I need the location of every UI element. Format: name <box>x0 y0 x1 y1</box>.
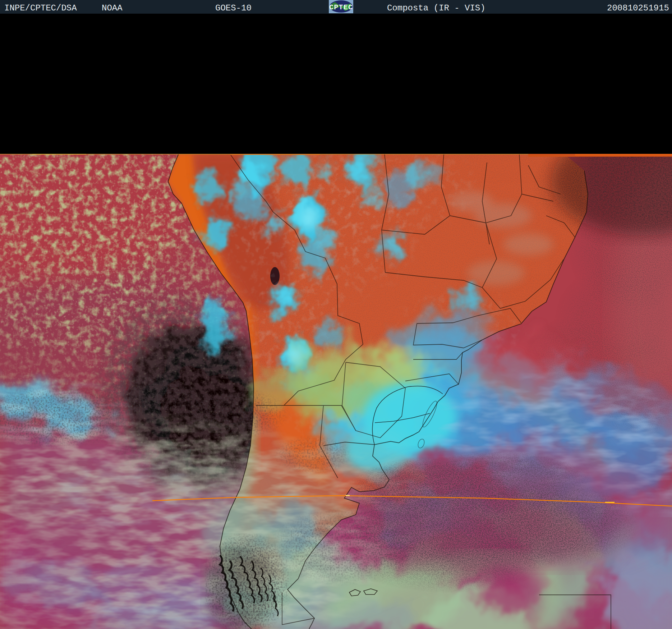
svg-text:CPTEC: CPTEC <box>329 3 353 12</box>
svg-text:200810251915: 200810251915 <box>607 3 669 13</box>
svg-text:Composta (IR - VIS): Composta (IR - VIS) <box>387 3 485 13</box>
svg-text:NOAA: NOAA <box>102 3 123 13</box>
svg-text:GOES-10: GOES-10 <box>215 3 252 13</box>
svg-text:INPE/CPTEC/DSA: INPE/CPTEC/DSA <box>4 3 77 13</box>
